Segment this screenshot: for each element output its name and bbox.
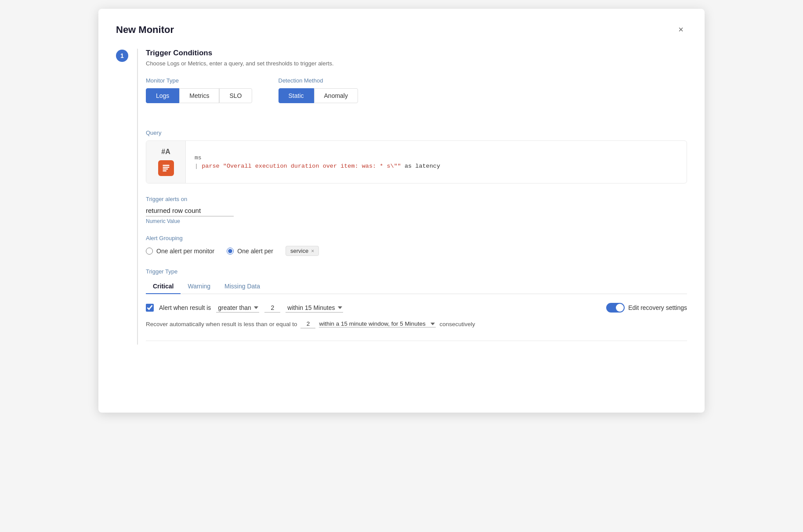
query-as: as	[401, 163, 415, 169]
radio-per-monitor-input[interactable]	[146, 248, 153, 255]
trigger-alerts-section: Trigger alerts on returned row count Num…	[146, 196, 687, 224]
section-1-content: Trigger Conditions Choose Logs or Metric…	[137, 49, 687, 345]
query-alias: latency	[415, 163, 440, 169]
alert-condition-row: Alert when result is greater than less t…	[146, 303, 687, 313]
detection-method-group: Detection Method Static Anomaly	[279, 77, 358, 115]
btn-slo[interactable]: SLO	[219, 88, 252, 103]
trigger-type-tabs: Critical Warning Missing Data	[146, 279, 687, 294]
alert-condition-checkbox[interactable]	[146, 304, 154, 312]
radio-per-monitor: One alert per monitor	[146, 248, 214, 255]
step-badge-1: 1	[116, 50, 128, 62]
toggle-slider	[606, 303, 625, 313]
query-id: #A	[161, 148, 170, 156]
query-box: #A ms | parse "	[146, 140, 687, 183]
query-source: ms	[195, 155, 440, 161]
numeric-label: Numeric Value	[146, 218, 687, 224]
alert-grouping-section: Alert Grouping One alert per monitor One…	[146, 235, 687, 256]
btn-anomaly[interactable]: Anomaly	[314, 88, 358, 103]
keyword-parse: parse	[202, 163, 223, 169]
alert-grouping-label: Alert Grouping	[146, 235, 687, 241]
alert-when-text: Alert when result is	[159, 304, 211, 311]
radio-per-group: One alert per	[227, 248, 273, 255]
tag-close-button[interactable]: ×	[311, 248, 314, 254]
recovery-value-input[interactable]	[300, 320, 315, 328]
recovery-toggle-container: Edit recovery settings	[606, 303, 687, 313]
btn-metrics[interactable]: Metrics	[179, 88, 219, 103]
modal-header: New Monitor ×	[116, 23, 687, 36]
trigger-alerts-value[interactable]: returned row count	[146, 207, 234, 216]
comparator-select[interactable]: greater than less than equal to	[216, 303, 259, 313]
query-label: Query	[146, 129, 687, 136]
section-subtitle-1: Choose Logs or Metrics, enter a query, a…	[146, 60, 687, 67]
query-section: Query #A m	[146, 129, 687, 183]
logs-icon	[158, 160, 174, 176]
type-row: Monitor Type Logs Metrics SLO Detection …	[146, 77, 687, 115]
btn-static[interactable]: Static	[279, 88, 314, 103]
recovery-toggle[interactable]	[606, 303, 625, 313]
radio-per-group-input[interactable]	[227, 248, 234, 255]
section-divider	[146, 341, 687, 341]
svg-rect-3	[163, 170, 166, 172]
section-1: 1 Trigger Conditions Choose Logs or Metr…	[116, 49, 687, 345]
svg-rect-2	[163, 169, 168, 170]
svg-rect-1	[163, 167, 169, 168]
tab-missing-data[interactable]: Missing Data	[217, 279, 267, 294]
monitor-type-buttons: Logs Metrics SLO	[146, 88, 252, 103]
btn-logs[interactable]: Logs	[146, 88, 179, 103]
modal-title: New Monitor	[116, 24, 174, 36]
alert-value-input[interactable]	[264, 303, 280, 313]
time-window-select[interactable]: within 15 Minutes within 30 Minutes with…	[286, 303, 343, 313]
section-title-1: Trigger Conditions	[146, 49, 687, 58]
svg-rect-0	[163, 165, 169, 166]
query-content[interactable]: ms | parse "Overall execution duration o…	[186, 141, 449, 183]
monitor-type-label: Monitor Type	[146, 77, 252, 84]
radio-per-group-label: One alert per	[237, 248, 273, 255]
recovery-suffix: consecutively	[439, 321, 475, 327]
radio-group: One alert per monitor One alert per serv…	[146, 246, 687, 256]
tab-critical[interactable]: Critical	[146, 279, 181, 294]
new-monitor-modal: New Monitor × 1 Trigger Conditions Choos…	[98, 9, 705, 413]
trigger-type-label: Trigger Type	[146, 268, 687, 275]
recovery-prefix: Recover automatically when result is les…	[146, 321, 297, 327]
query-line: | parse "Overall execution duration over…	[195, 163, 440, 169]
service-tag: service ×	[286, 246, 319, 256]
recovery-window-select[interactable]: within a 15 minute window, for 5 Minutes…	[319, 320, 436, 327]
close-button[interactable]: ×	[675, 23, 687, 36]
detection-method-label: Detection Method	[279, 77, 358, 84]
trigger-type-section: Trigger Type Critical Warning Missing Da…	[146, 268, 687, 328]
tag-label: service	[290, 248, 308, 254]
trigger-alerts-label: Trigger alerts on	[146, 196, 687, 202]
query-string-val: "Overall execution duration over item: w…	[223, 163, 401, 169]
pipe-char: |	[195, 163, 202, 169]
recovery-toggle-label: Edit recovery settings	[628, 304, 687, 311]
recovery-row: Recover automatically when result is les…	[146, 320, 687, 328]
monitor-type-group: Monitor Type Logs Metrics SLO	[146, 77, 252, 115]
detection-method-buttons: Static Anomaly	[279, 88, 358, 103]
query-id-panel: #A	[146, 141, 186, 183]
tab-warning[interactable]: Warning	[181, 279, 217, 294]
radio-per-monitor-label: One alert per monitor	[156, 248, 214, 255]
